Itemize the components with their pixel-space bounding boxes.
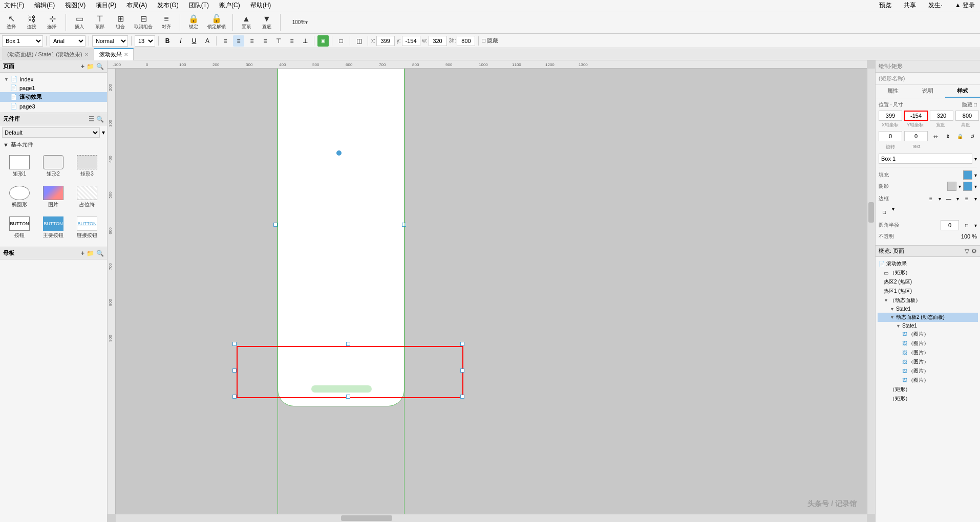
scrollbar-h-thumb[interactable] [341, 515, 392, 521]
menu-item-publish[interactable]: 发布(G) [155, 1, 180, 10]
scrollbar-vertical[interactable] [867, 69, 875, 514]
shadow-swatch[interactable] [947, 182, 956, 191]
rotation-input[interactable] [879, 131, 902, 141]
layer-dynpanel2[interactable]: ▼ 动态面板2 (动态面板) [878, 313, 978, 322]
handle-tr[interactable] [460, 342, 464, 346]
y-input[interactable] [402, 36, 420, 46]
tree-item-page1[interactable]: 📄 page1 [0, 83, 107, 92]
border-width-arrow[interactable]: ▾ [974, 196, 977, 202]
h-value-input[interactable] [955, 111, 979, 121]
align-left-btn[interactable]: ≡ [220, 35, 231, 47]
top-right-preview[interactable]: 预览 [876, 1, 894, 10]
corner-radius-arrow[interactable]: ▾ [974, 223, 977, 228]
scrollbar-horizontal[interactable] [116, 514, 867, 522]
component-rect1[interactable]: 矩形1 [4, 153, 35, 180]
text-input[interactable] [904, 131, 928, 141]
layer-rect-1[interactable]: ▭ （矩形） [878, 268, 978, 277]
component-image[interactable]: 图片 [38, 183, 69, 211]
layer-hotspot-2[interactable]: 热区2 (热区) [878, 277, 978, 287]
menu-item-edit[interactable]: 编辑(E) [32, 1, 57, 10]
tree-item-page3[interactable]: 📄 page3 [0, 102, 107, 111]
border-color-arrow[interactable]: ▾ [956, 196, 959, 202]
pages-folder-btn[interactable]: 📁 [87, 63, 94, 70]
bold-btn[interactable]: B [162, 35, 173, 47]
handle-shape-ml[interactable] [273, 223, 278, 227]
menu-item-layout[interactable]: 布局(A) [124, 1, 149, 10]
layer-img-2[interactable]: 🖼 （图片） [878, 339, 978, 348]
shadow-swatch-arrow[interactable]: ▾ [958, 184, 961, 189]
canvas-scroll[interactable]: 头条号 / 记录馆 [116, 69, 867, 514]
style-select[interactable]: Normal [92, 35, 128, 47]
layer-img-6[interactable]: 🖼 （图片） [878, 376, 978, 385]
layer-state1-inner[interactable]: ▼ State1 [878, 322, 978, 330]
shape-red-rect[interactable] [237, 346, 463, 398]
corner-radius-input[interactable] [941, 220, 959, 230]
align-right-btn[interactable]: ≡ [246, 35, 258, 47]
components-library-select[interactable]: Default [2, 127, 100, 138]
border-style-btn[interactable]: ≡ [925, 193, 936, 204]
h-input[interactable] [457, 36, 475, 46]
layer-img-5[interactable]: 🖼 （图片） [878, 366, 978, 376]
align-top-btn[interactable]: ⊤ [273, 35, 284, 47]
toolbar-btn-connect[interactable]: ⛓ 连接 [23, 13, 41, 32]
component-placeholder[interactable]: 占位符 [72, 183, 102, 211]
toolbar-btn-align[interactable]: ≡ 对齐 [157, 13, 176, 32]
border-sides-arrow[interactable]: ▾ [892, 206, 894, 217]
master-folder-btn[interactable]: 📁 [87, 250, 94, 257]
toolbar-btn-top[interactable]: ⊤ 顶部 [91, 13, 109, 32]
text-color-btn[interactable]: A [202, 35, 213, 47]
top-right-login[interactable]: ▲ 登录 [952, 1, 978, 10]
tree-item-index[interactable]: ▼ 📄 index [0, 75, 107, 83]
handle-bm[interactable] [346, 395, 350, 399]
layer-rect-3[interactable]: （矩形） [878, 394, 978, 403]
flip-v-btn[interactable]: ⇕ [942, 130, 953, 142]
handle-mr[interactable] [460, 368, 464, 373]
border-color-btn[interactable]: — [943, 193, 954, 204]
pages-search-btn[interactable]: 🔍 [96, 63, 104, 70]
align-justify-btn[interactable]: ≡ [260, 35, 271, 47]
handle-shape-mr[interactable] [402, 223, 406, 227]
tab-dynamic-panel-close[interactable]: ✕ [84, 52, 89, 57]
canvas-area[interactable]: -100 0 100 200 300 400 500 600 700 800 9… [108, 60, 875, 522]
flip-h-btn[interactable]: ⇔ [930, 130, 941, 142]
zoom-control[interactable]: 100% ▾ [285, 13, 315, 32]
handle-top-blue[interactable] [336, 150, 342, 156]
handle-tl[interactable] [232, 342, 237, 346]
border-width-btn[interactable]: ≡ [961, 193, 972, 204]
shadow-color-arrow[interactable]: ▾ [974, 184, 977, 189]
handle-tm[interactable] [346, 342, 350, 346]
toolbar-btn-send-bottom[interactable]: ▼ 置底 [258, 13, 276, 32]
align-center-btn[interactable]: ≡ [233, 35, 244, 47]
layer-state1[interactable]: ▼ State1 [878, 305, 978, 313]
reset-btn[interactable]: ↺ [967, 130, 978, 142]
master-add-btn[interactable]: + [81, 250, 84, 257]
top-right-share[interactable]: 共享 [901, 1, 919, 10]
toolbar-btn-select2[interactable]: ⊹ 选择· [43, 13, 61, 32]
handle-br[interactable] [460, 395, 464, 399]
props-tab-notes[interactable]: 说明 [910, 85, 945, 98]
shadow-color-swatch[interactable] [963, 182, 972, 191]
layer-img-1[interactable]: 🖼 （图片） [878, 330, 978, 339]
toolbar-btn-group[interactable]: ⊞ 组合 [111, 13, 130, 32]
menu-item-help[interactable]: 帮助(H) [248, 1, 273, 10]
w-value-input[interactable] [930, 111, 953, 121]
overview-filter-btn[interactable]: ▽ [965, 248, 969, 255]
tab-scroll-effect[interactable]: 滚动效果 ✕ [94, 48, 134, 60]
font-select[interactable]: Arial [50, 35, 86, 47]
layer-dynpanel[interactable]: ▼ （动态面板） [878, 296, 978, 305]
layer-rect-2[interactable]: （矩形） [878, 385, 978, 394]
components-menu-btn[interactable]: ☰ [89, 116, 94, 123]
handle-bl[interactable] [232, 395, 237, 399]
y-value-input[interactable] [904, 111, 928, 121]
scrollbar-v-thumb[interactable] [868, 202, 874, 223]
component-btn-link[interactable]: BUTTON 链接按钮 [72, 214, 102, 242]
overview-settings-btn[interactable]: ⚙ [971, 248, 977, 255]
toolbar-btn-ungroup[interactable]: ⊟ 取消组合 [132, 13, 155, 32]
lock-aspect-btn[interactable]: 🔒 [954, 130, 966, 142]
menu-item-file[interactable]: 文件(F) [2, 1, 26, 10]
toolbar-btn-bring-top[interactable]: ▲ 置顶 [237, 13, 255, 32]
layer-img-4[interactable]: 🖼 （图片） [878, 357, 978, 366]
toolbar-btn-insert[interactable]: ▭ 插入 [70, 13, 89, 32]
underline-btn[interactable]: U [188, 35, 200, 47]
tab-dynamic-panel[interactable]: (动态面板) / State1 (滚动效果) ✕ [2, 48, 94, 60]
